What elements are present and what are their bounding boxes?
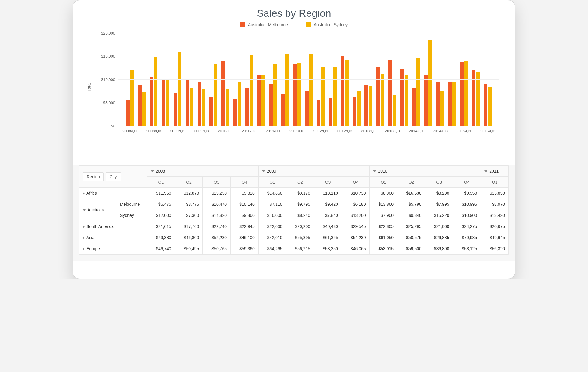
quarter-header[interactable]: Q4 bbox=[231, 177, 259, 188]
bar-sydney[interactable] bbox=[416, 58, 420, 126]
data-cell[interactable]: $7,995 bbox=[425, 199, 453, 210]
quarter-header[interactable]: Q3 bbox=[314, 177, 342, 188]
data-cell[interactable]: $50,575 bbox=[398, 232, 425, 243]
bar-melbourne[interactable] bbox=[186, 80, 189, 126]
data-cell[interactable]: $10,470 bbox=[203, 199, 231, 210]
data-cell[interactable]: $53,015 bbox=[370, 243, 398, 254]
data-cell[interactable]: $61,050 bbox=[370, 232, 398, 243]
bar-sydney[interactable] bbox=[488, 87, 492, 126]
bar-sydney[interactable] bbox=[154, 57, 158, 126]
data-cell[interactable]: $49,380 bbox=[147, 232, 175, 243]
data-cell[interactable]: $9,860 bbox=[231, 210, 259, 221]
bar-sydney[interactable] bbox=[285, 54, 289, 126]
data-cell[interactable]: $59,500 bbox=[398, 243, 425, 254]
data-cell[interactable]: $13,230 bbox=[203, 188, 231, 199]
bar-melbourne[interactable] bbox=[364, 85, 368, 126]
bar-melbourne[interactable] bbox=[341, 56, 344, 126]
bar-sydney[interactable] bbox=[369, 86, 372, 126]
bar-melbourne[interactable] bbox=[162, 79, 165, 126]
bar-melbourne[interactable] bbox=[126, 100, 130, 126]
data-cell[interactable]: $9,950 bbox=[453, 188, 481, 199]
bar-sydney[interactable] bbox=[464, 62, 468, 126]
data-cell[interactable]: $7,110 bbox=[258, 199, 286, 210]
data-cell[interactable]: $9,340 bbox=[398, 210, 425, 221]
region-cell-europe[interactable]: Europe bbox=[79, 243, 147, 254]
quarter-header[interactable]: Q3 bbox=[425, 177, 453, 188]
bar-sydney[interactable] bbox=[428, 40, 432, 126]
pivot-table[interactable]: RegionCity2008200920102011Q1Q2Q3Q4Q1Q2Q3… bbox=[79, 165, 509, 255]
data-cell[interactable]: $21,060 bbox=[425, 221, 453, 232]
data-cell[interactable]: $46,800 bbox=[175, 232, 203, 243]
bar-melbourne[interactable] bbox=[257, 75, 261, 126]
bar-melbourne[interactable] bbox=[412, 88, 416, 126]
data-cell[interactable]: $12,000 bbox=[147, 210, 175, 221]
quarter-header[interactable]: Q4 bbox=[342, 177, 370, 188]
data-cell[interactable]: $9,795 bbox=[286, 199, 314, 210]
data-cell[interactable]: $9,170 bbox=[286, 188, 314, 199]
data-cell[interactable]: $7,840 bbox=[314, 210, 342, 221]
bar-sydney[interactable] bbox=[226, 89, 229, 126]
data-cell[interactable]: $13,110 bbox=[314, 188, 342, 199]
data-cell[interactable]: $22,945 bbox=[231, 221, 259, 232]
data-cell[interactable]: $5,475 bbox=[147, 199, 175, 210]
data-cell[interactable]: $21,615 bbox=[147, 221, 175, 232]
bar-sydney[interactable] bbox=[452, 82, 456, 126]
data-cell[interactable]: $17,760 bbox=[175, 221, 203, 232]
year-header-2011[interactable]: 2011 bbox=[481, 166, 509, 177]
quarter-header[interactable]: Q1 bbox=[258, 177, 286, 188]
city-cell[interactable]: Sydney bbox=[116, 210, 147, 221]
data-cell[interactable]: $8,240 bbox=[286, 210, 314, 221]
year-header-2010[interactable]: 2010 bbox=[370, 166, 481, 177]
region-cell-asia[interactable]: Asia bbox=[79, 232, 147, 243]
data-cell[interactable]: $36,890 bbox=[425, 243, 453, 254]
bar-sydney[interactable] bbox=[202, 89, 206, 126]
quarter-header[interactable]: Q1 bbox=[481, 177, 509, 188]
legend-item-melbourne[interactable]: Australia - Melbourne bbox=[240, 22, 288, 27]
data-cell[interactable]: $26,885 bbox=[425, 232, 453, 243]
bar-melbourne[interactable] bbox=[305, 91, 309, 126]
dimension-button-region[interactable]: Region bbox=[83, 172, 104, 181]
data-cell[interactable]: $49,645 bbox=[481, 232, 509, 243]
data-cell[interactable]: $11,950 bbox=[147, 188, 175, 199]
bar-melbourne[interactable] bbox=[353, 97, 356, 126]
bar-sydney[interactable] bbox=[178, 52, 182, 126]
quarter-header[interactable]: Q4 bbox=[453, 177, 481, 188]
data-cell[interactable]: $22,060 bbox=[258, 221, 286, 232]
quarter-header[interactable]: Q1 bbox=[147, 177, 175, 188]
data-cell[interactable]: $10,140 bbox=[231, 199, 259, 210]
region-cell-south america[interactable]: South America bbox=[79, 221, 147, 232]
bar-sydney[interactable] bbox=[393, 95, 396, 126]
bar-melbourne[interactable] bbox=[245, 88, 249, 126]
bar-sydney[interactable] bbox=[273, 64, 277, 126]
bar-melbourne[interactable] bbox=[174, 93, 177, 126]
bar-sydney[interactable] bbox=[440, 91, 444, 126]
bar-melbourne[interactable] bbox=[388, 60, 392, 126]
bar-sydney[interactable] bbox=[309, 54, 313, 126]
bar-sydney[interactable] bbox=[261, 75, 265, 126]
bar-sydney[interactable] bbox=[357, 91, 361, 126]
data-cell[interactable]: $8,290 bbox=[425, 188, 453, 199]
bar-melbourne[interactable] bbox=[484, 84, 488, 126]
data-cell[interactable]: $13,860 bbox=[370, 199, 398, 210]
bar-melbourne[interactable] bbox=[281, 94, 285, 126]
data-cell[interactable]: $46,065 bbox=[342, 243, 370, 254]
data-cell[interactable]: $13,420 bbox=[481, 210, 509, 221]
data-cell[interactable]: $16,530 bbox=[398, 188, 425, 199]
data-cell[interactable]: $5,790 bbox=[398, 199, 425, 210]
data-cell[interactable]: $52,280 bbox=[203, 232, 231, 243]
data-cell[interactable]: $59,360 bbox=[231, 243, 259, 254]
data-cell[interactable]: $7,300 bbox=[175, 210, 203, 221]
data-cell[interactable]: $24,275 bbox=[453, 221, 481, 232]
data-cell[interactable]: $10,900 bbox=[453, 210, 481, 221]
bar-sydney[interactable] bbox=[238, 82, 241, 126]
data-cell[interactable]: $6,180 bbox=[342, 199, 370, 210]
bar-melbourne[interactable] bbox=[221, 62, 225, 126]
region-cell-australia[interactable]: Australia bbox=[79, 199, 116, 221]
data-cell[interactable]: $64,265 bbox=[258, 243, 286, 254]
bar-sydney[interactable] bbox=[250, 55, 253, 126]
bar-melbourne[interactable] bbox=[233, 99, 237, 126]
data-cell[interactable]: $22,805 bbox=[370, 221, 398, 232]
bar-sydney[interactable] bbox=[142, 92, 146, 126]
bar-melbourne[interactable] bbox=[460, 62, 464, 126]
bar-melbourne[interactable] bbox=[329, 98, 332, 126]
